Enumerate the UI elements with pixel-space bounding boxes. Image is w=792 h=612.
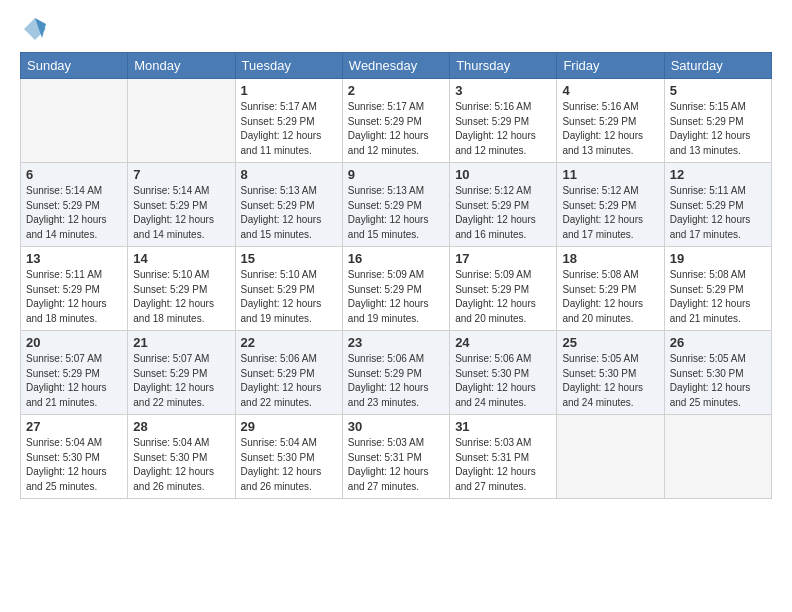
calendar-cell: 13Sunrise: 5:11 AM Sunset: 5:29 PM Dayli…: [21, 247, 128, 331]
day-number: 16: [348, 251, 444, 266]
calendar-cell: 17Sunrise: 5:09 AM Sunset: 5:29 PM Dayli…: [450, 247, 557, 331]
day-info: Sunrise: 5:14 AM Sunset: 5:29 PM Dayligh…: [133, 184, 229, 242]
day-number: 31: [455, 419, 551, 434]
day-number: 23: [348, 335, 444, 350]
calendar-cell: 19Sunrise: 5:08 AM Sunset: 5:29 PM Dayli…: [664, 247, 771, 331]
day-info: Sunrise: 5:13 AM Sunset: 5:29 PM Dayligh…: [241, 184, 337, 242]
day-number: 30: [348, 419, 444, 434]
calendar-cell: 21Sunrise: 5:07 AM Sunset: 5:29 PM Dayli…: [128, 331, 235, 415]
calendar-cell: 24Sunrise: 5:06 AM Sunset: 5:30 PM Dayli…: [450, 331, 557, 415]
calendar-cell: 15Sunrise: 5:10 AM Sunset: 5:29 PM Dayli…: [235, 247, 342, 331]
calendar-cell: 12Sunrise: 5:11 AM Sunset: 5:29 PM Dayli…: [664, 163, 771, 247]
calendar-cell: 6Sunrise: 5:14 AM Sunset: 5:29 PM Daylig…: [21, 163, 128, 247]
day-number: 13: [26, 251, 122, 266]
calendar-cell: 25Sunrise: 5:05 AM Sunset: 5:30 PM Dayli…: [557, 331, 664, 415]
day-info: Sunrise: 5:17 AM Sunset: 5:29 PM Dayligh…: [241, 100, 337, 158]
calendar-cell: 14Sunrise: 5:10 AM Sunset: 5:29 PM Dayli…: [128, 247, 235, 331]
day-info: Sunrise: 5:16 AM Sunset: 5:29 PM Dayligh…: [562, 100, 658, 158]
calendar-cell: 26Sunrise: 5:05 AM Sunset: 5:30 PM Dayli…: [664, 331, 771, 415]
calendar-cell: 5Sunrise: 5:15 AM Sunset: 5:29 PM Daylig…: [664, 79, 771, 163]
day-number: 6: [26, 167, 122, 182]
day-number: 14: [133, 251, 229, 266]
calendar-cell: 18Sunrise: 5:08 AM Sunset: 5:29 PM Dayli…: [557, 247, 664, 331]
calendar-cell: 8Sunrise: 5:13 AM Sunset: 5:29 PM Daylig…: [235, 163, 342, 247]
calendar-cell: [557, 415, 664, 499]
calendar-week-1: 1Sunrise: 5:17 AM Sunset: 5:29 PM Daylig…: [21, 79, 772, 163]
calendar-week-3: 13Sunrise: 5:11 AM Sunset: 5:29 PM Dayli…: [21, 247, 772, 331]
calendar-cell: 2Sunrise: 5:17 AM Sunset: 5:29 PM Daylig…: [342, 79, 449, 163]
day-info: Sunrise: 5:07 AM Sunset: 5:29 PM Dayligh…: [26, 352, 122, 410]
day-info: Sunrise: 5:14 AM Sunset: 5:29 PM Dayligh…: [26, 184, 122, 242]
calendar-cell: 7Sunrise: 5:14 AM Sunset: 5:29 PM Daylig…: [128, 163, 235, 247]
weekday-header-friday: Friday: [557, 53, 664, 79]
calendar-cell: 1Sunrise: 5:17 AM Sunset: 5:29 PM Daylig…: [235, 79, 342, 163]
calendar-table: SundayMondayTuesdayWednesdayThursdayFrid…: [20, 52, 772, 499]
calendar-cell: 30Sunrise: 5:03 AM Sunset: 5:31 PM Dayli…: [342, 415, 449, 499]
day-number: 4: [562, 83, 658, 98]
calendar-cell: 27Sunrise: 5:04 AM Sunset: 5:30 PM Dayli…: [21, 415, 128, 499]
weekday-header-wednesday: Wednesday: [342, 53, 449, 79]
weekday-header-sunday: Sunday: [21, 53, 128, 79]
logo-text: [20, 16, 50, 42]
weekday-header-tuesday: Tuesday: [235, 53, 342, 79]
day-info: Sunrise: 5:06 AM Sunset: 5:29 PM Dayligh…: [241, 352, 337, 410]
day-info: Sunrise: 5:05 AM Sunset: 5:30 PM Dayligh…: [670, 352, 766, 410]
page: SundayMondayTuesdayWednesdayThursdayFrid…: [0, 0, 792, 509]
day-info: Sunrise: 5:06 AM Sunset: 5:30 PM Dayligh…: [455, 352, 551, 410]
day-info: Sunrise: 5:10 AM Sunset: 5:29 PM Dayligh…: [133, 268, 229, 326]
day-number: 2: [348, 83, 444, 98]
day-info: Sunrise: 5:06 AM Sunset: 5:29 PM Dayligh…: [348, 352, 444, 410]
day-number: 1: [241, 83, 337, 98]
logo: [20, 16, 52, 42]
day-info: Sunrise: 5:13 AM Sunset: 5:29 PM Dayligh…: [348, 184, 444, 242]
logo-icon: [22, 16, 48, 42]
day-info: Sunrise: 5:11 AM Sunset: 5:29 PM Dayligh…: [26, 268, 122, 326]
day-number: 8: [241, 167, 337, 182]
day-info: Sunrise: 5:09 AM Sunset: 5:29 PM Dayligh…: [348, 268, 444, 326]
calendar-cell: 16Sunrise: 5:09 AM Sunset: 5:29 PM Dayli…: [342, 247, 449, 331]
day-info: Sunrise: 5:17 AM Sunset: 5:29 PM Dayligh…: [348, 100, 444, 158]
calendar-cell: 29Sunrise: 5:04 AM Sunset: 5:30 PM Dayli…: [235, 415, 342, 499]
calendar-cell: 11Sunrise: 5:12 AM Sunset: 5:29 PM Dayli…: [557, 163, 664, 247]
calendar-week-2: 6Sunrise: 5:14 AM Sunset: 5:29 PM Daylig…: [21, 163, 772, 247]
day-number: 7: [133, 167, 229, 182]
day-number: 22: [241, 335, 337, 350]
day-number: 12: [670, 167, 766, 182]
day-number: 9: [348, 167, 444, 182]
day-info: Sunrise: 5:04 AM Sunset: 5:30 PM Dayligh…: [241, 436, 337, 494]
day-info: Sunrise: 5:15 AM Sunset: 5:29 PM Dayligh…: [670, 100, 766, 158]
day-info: Sunrise: 5:10 AM Sunset: 5:29 PM Dayligh…: [241, 268, 337, 326]
day-number: 3: [455, 83, 551, 98]
day-number: 26: [670, 335, 766, 350]
day-number: 11: [562, 167, 658, 182]
calendar-cell: 3Sunrise: 5:16 AM Sunset: 5:29 PM Daylig…: [450, 79, 557, 163]
day-info: Sunrise: 5:05 AM Sunset: 5:30 PM Dayligh…: [562, 352, 658, 410]
day-number: 27: [26, 419, 122, 434]
calendar-cell: [664, 415, 771, 499]
day-number: 17: [455, 251, 551, 266]
day-number: 19: [670, 251, 766, 266]
weekday-header-thursday: Thursday: [450, 53, 557, 79]
weekday-header-monday: Monday: [128, 53, 235, 79]
day-info: Sunrise: 5:11 AM Sunset: 5:29 PM Dayligh…: [670, 184, 766, 242]
day-info: Sunrise: 5:12 AM Sunset: 5:29 PM Dayligh…: [562, 184, 658, 242]
calendar-cell: 9Sunrise: 5:13 AM Sunset: 5:29 PM Daylig…: [342, 163, 449, 247]
calendar-cell: 22Sunrise: 5:06 AM Sunset: 5:29 PM Dayli…: [235, 331, 342, 415]
calendar-cell: [21, 79, 128, 163]
day-info: Sunrise: 5:03 AM Sunset: 5:31 PM Dayligh…: [348, 436, 444, 494]
day-number: 29: [241, 419, 337, 434]
day-info: Sunrise: 5:03 AM Sunset: 5:31 PM Dayligh…: [455, 436, 551, 494]
calendar-cell: [128, 79, 235, 163]
weekday-header-saturday: Saturday: [664, 53, 771, 79]
day-info: Sunrise: 5:09 AM Sunset: 5:29 PM Dayligh…: [455, 268, 551, 326]
calendar-cell: 31Sunrise: 5:03 AM Sunset: 5:31 PM Dayli…: [450, 415, 557, 499]
calendar-cell: 10Sunrise: 5:12 AM Sunset: 5:29 PM Dayli…: [450, 163, 557, 247]
day-number: 25: [562, 335, 658, 350]
day-number: 10: [455, 167, 551, 182]
weekday-header-row: SundayMondayTuesdayWednesdayThursdayFrid…: [21, 53, 772, 79]
header: [20, 16, 772, 42]
day-info: Sunrise: 5:12 AM Sunset: 5:29 PM Dayligh…: [455, 184, 551, 242]
day-number: 24: [455, 335, 551, 350]
day-number: 21: [133, 335, 229, 350]
calendar-week-4: 20Sunrise: 5:07 AM Sunset: 5:29 PM Dayli…: [21, 331, 772, 415]
